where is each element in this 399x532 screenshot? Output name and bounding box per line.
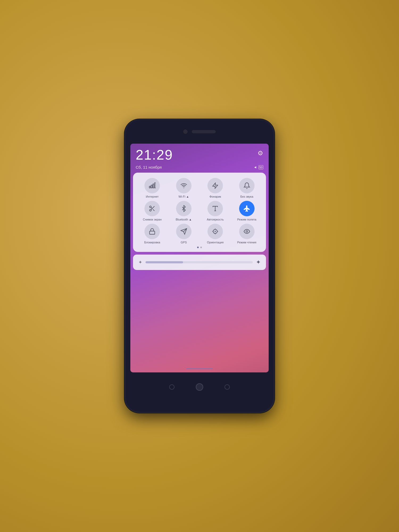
internet-button[interactable]: [144, 178, 160, 193]
wifi-icon: [180, 182, 187, 189]
settings-icon[interactable]: ⚙: [257, 149, 263, 157]
svg-point-6: [150, 206, 152, 208]
phone-device: 21:29 ⚙ Сб, 11 ноября ◄ 50: [125, 120, 274, 412]
orientation-icon: [212, 228, 219, 235]
dot-2: [200, 247, 202, 248]
lock-label: Блокировка: [144, 241, 160, 244]
font-icon: [212, 205, 219, 212]
silent-label: Без звука: [240, 195, 253, 198]
svg-point-17: [215, 231, 216, 232]
bluetooth-label: Bluetooth ▲: [176, 218, 192, 221]
gps-button[interactable]: [176, 224, 192, 239]
orientation-label: Ориентация: [207, 241, 223, 244]
pagination-dots: [137, 247, 262, 248]
airplane-button[interactable]: [239, 201, 255, 216]
home-button[interactable]: [196, 383, 203, 391]
battery-indicator: 50: [259, 165, 263, 169]
gps-label: GPS: [181, 241, 187, 244]
time-display: 21:29: [136, 148, 173, 162]
qs-item-wifi: Wi-Fi ▲: [169, 178, 199, 198]
svg-rect-3: [155, 183, 156, 188]
cellular-icon: [149, 182, 156, 189]
bell-icon: [243, 182, 250, 189]
airplane-icon: [243, 205, 250, 212]
autobrightness-button[interactable]: [207, 201, 223, 216]
lock-button[interactable]: [144, 224, 160, 239]
svg-line-10: [151, 207, 152, 209]
reading-label: Режим чтения: [237, 241, 256, 244]
qs-item-reading: Режим чтения: [232, 224, 262, 244]
flashlight-button[interactable]: [207, 178, 223, 193]
orientation-button[interactable]: [207, 224, 223, 239]
qs-grid: Интернет Wi-Fi ▲: [137, 178, 262, 244]
bottom-bezel: [125, 372, 274, 407]
back-button[interactable]: [169, 384, 174, 390]
svg-point-7: [150, 209, 152, 211]
qs-item-internet: Интернет: [137, 178, 167, 198]
phone-screen: 21:29 ⚙ Сб, 11 ноября ◄ 50: [130, 144, 269, 372]
flashlight-icon: [212, 182, 219, 189]
svg-point-4: [184, 188, 184, 188]
svg-rect-13: [150, 231, 155, 234]
svg-point-22: [246, 231, 248, 232]
svg-marker-5: [213, 183, 218, 189]
recents-button[interactable]: [225, 384, 230, 390]
bluetooth-button[interactable]: [176, 201, 192, 216]
qs-item-screenshot: Снимок экран: [137, 201, 167, 221]
quick-settings-panel: Интернет Wi-Fi ▲: [133, 173, 266, 252]
autobrightness-label: Автояркость: [207, 218, 224, 221]
speaker-grille: [192, 130, 216, 133]
screenshot-label: Снимок экран: [143, 218, 161, 221]
date-display: Сб, 11 ноября: [136, 165, 162, 169]
wifi-button[interactable]: [176, 178, 192, 193]
svg-rect-0: [149, 186, 150, 188]
qs-item-autobrightness: Автояркость: [200, 201, 230, 221]
home-indicator: [186, 368, 213, 369]
flashlight-label: Фонарик: [209, 195, 221, 198]
brightness-fill: [146, 261, 183, 263]
volume-battery-area: ◄ 50: [253, 165, 263, 169]
airplane-label: Режим полета: [237, 218, 256, 221]
svg-rect-2: [153, 184, 154, 188]
silent-button[interactable]: [239, 178, 255, 193]
qs-item-silent: Без звука: [232, 178, 262, 198]
location-icon: [180, 228, 187, 235]
top-bezel: [125, 120, 274, 144]
internet-label: Интернет: [146, 195, 159, 198]
qs-item-orientation: Ориентация: [200, 224, 230, 244]
status-bar: 21:29 ⚙: [130, 144, 269, 164]
reading-button[interactable]: [239, 224, 255, 239]
svg-line-9: [153, 209, 155, 211]
qs-item-flashlight: Фонарик: [200, 178, 230, 198]
qs-item-gps: GPS: [169, 224, 199, 244]
screenshot-button[interactable]: [144, 201, 160, 216]
qs-item-lock: Блокировка: [137, 224, 167, 244]
wifi-label: Wi-Fi ▲: [178, 195, 189, 198]
dot-1: [197, 247, 199, 248]
brightness-high-icon: ✦: [256, 259, 261, 266]
brightness-panel: ✦ ✦: [133, 255, 266, 270]
volume-icon: ◄: [253, 165, 257, 169]
brightness-low-icon: ✦: [138, 259, 142, 265]
front-camera: [183, 130, 188, 134]
scissors-icon: [149, 205, 156, 212]
lock-icon: [149, 228, 156, 235]
eye-icon: [243, 228, 250, 235]
brightness-slider[interactable]: [146, 261, 253, 263]
qs-item-bluetooth: Bluetooth ▲: [169, 201, 199, 221]
date-row: Сб, 11 ноября ◄ 50: [130, 164, 269, 173]
bluetooth-icon: [180, 205, 187, 212]
svg-rect-1: [151, 185, 152, 188]
qs-item-airplane: Режим полета: [232, 201, 262, 221]
